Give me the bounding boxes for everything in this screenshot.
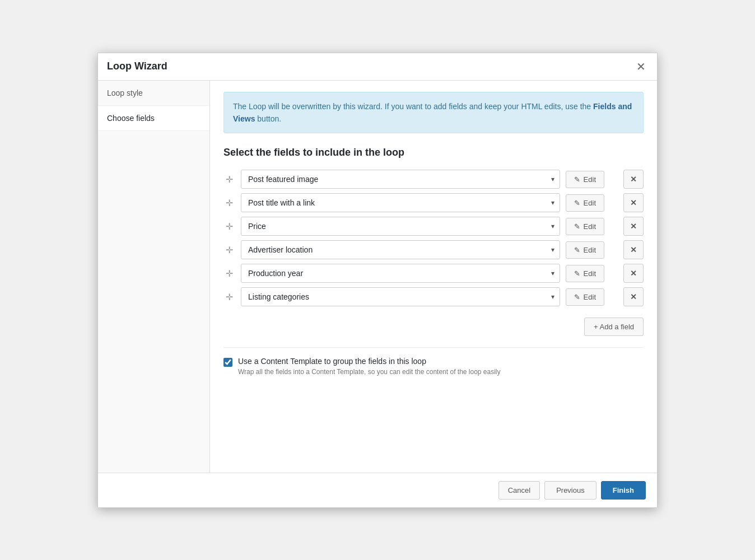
section-title: Select the fields to include in the loop (223, 147, 644, 158)
edit-button-6[interactable]: ✎ Edit (566, 288, 604, 306)
edit-icon: ✎ (574, 269, 580, 278)
drag-handle-icon[interactable]: ✛ (223, 266, 235, 281)
field-row: ✛ Listing categories ▾ ✎ Edit ✕ (223, 287, 644, 306)
edit-button-1[interactable]: ✎ Edit (566, 171, 604, 188)
drag-handle-icon[interactable]: ✛ (223, 242, 235, 258)
field-select-wrapper: Post title with a link ▾ (241, 193, 560, 212)
drag-handle-icon[interactable]: ✛ (223, 195, 235, 211)
field-select-wrapper: Production year ▾ (241, 264, 560, 283)
dialog-title: Loop Wizard (107, 60, 167, 72)
field-select-wrapper: Post featured image ▾ (241, 170, 560, 189)
add-field-button[interactable]: + Add a field (584, 318, 644, 336)
info-box: The Loop will be overwritten by this wiz… (223, 92, 644, 134)
field-row: ✛ Production year ▾ ✎ Edit ✕ (223, 264, 644, 283)
remove-button-4[interactable]: ✕ (623, 240, 644, 259)
spacer: ✕ (610, 217, 644, 236)
field-select-4[interactable]: Advertiser location (241, 240, 560, 259)
remove-button-2[interactable]: ✕ (623, 193, 644, 212)
loop-wizard-dialog: Loop Wizard ✕ Loop style Choose fields T… (97, 53, 658, 508)
spacer: ✕ (610, 193, 644, 212)
field-row: ✛ Post featured image ▾ ✎ Edit ✕ (223, 170, 644, 189)
info-text-before: The Loop will be overwritten by this wiz… (233, 102, 593, 111)
sidebar-item-choose-fields[interactable]: Choose fields (98, 106, 209, 131)
field-select-wrapper: Advertiser location ▾ (241, 240, 560, 259)
add-field-row: + Add a field (223, 318, 644, 336)
cancel-button[interactable]: Cancel (498, 481, 540, 500)
edit-icon: ✎ (574, 222, 580, 231)
checkbox-label: Use a Content Template to group the fiel… (238, 357, 501, 366)
edit-button-4[interactable]: ✎ Edit (566, 241, 604, 259)
field-select-3[interactable]: Price (241, 217, 560, 236)
drag-handle-icon[interactable]: ✛ (223, 219, 235, 234)
dialog-header: Loop Wizard ✕ (98, 53, 657, 81)
field-select-wrapper: Listing categories ▾ (241, 287, 560, 306)
edit-button-3[interactable]: ✎ Edit (566, 218, 604, 235)
dialog-body: Loop style Choose fields The Loop will b… (98, 81, 657, 473)
spacer: ✕ (610, 287, 644, 306)
spacer: ✕ (610, 240, 644, 259)
drag-handle-icon[interactable]: ✛ (223, 290, 235, 305)
drag-handle-icon[interactable]: ✛ (223, 172, 235, 187)
info-text-after: button. (255, 114, 281, 123)
sidebar: Loop style Choose fields (98, 81, 210, 473)
dialog-footer: Cancel Previous Finish (98, 473, 657, 507)
field-select-6[interactable]: Listing categories (241, 287, 560, 306)
previous-button[interactable]: Previous (544, 481, 596, 500)
main-content: The Loop will be overwritten by this wiz… (210, 81, 657, 473)
field-row: ✛ Advertiser location ▾ ✎ Edit ✕ (223, 240, 644, 259)
field-select-5[interactable]: Production year (241, 264, 560, 283)
remove-button-1[interactable]: ✕ (623, 170, 644, 189)
finish-button[interactable]: Finish (601, 481, 646, 500)
field-select-wrapper: Price ▾ (241, 217, 560, 236)
edit-icon: ✎ (574, 199, 580, 207)
sidebar-item-loop-style[interactable]: Loop style (98, 81, 209, 106)
edit-button-2[interactable]: ✎ Edit (566, 194, 604, 212)
edit-button-5[interactable]: ✎ Edit (566, 265, 604, 282)
spacer: ✕ (610, 170, 644, 189)
edit-icon: ✎ (574, 246, 580, 254)
divider (223, 347, 644, 348)
field-select-2[interactable]: Post title with a link (241, 193, 560, 212)
fields-list: ✛ Post featured image ▾ ✎ Edit ✕ (223, 170, 644, 306)
field-select-1[interactable]: Post featured image (241, 170, 560, 189)
checkbox-label-group: Use a Content Template to group the fiel… (238, 357, 501, 376)
close-button[interactable]: ✕ (634, 60, 648, 73)
checkbox-description: Wrap all the fields into a Content Templ… (238, 368, 501, 376)
remove-button-5[interactable]: ✕ (623, 264, 644, 283)
field-row: ✛ Price ▾ ✎ Edit ✕ (223, 217, 644, 236)
checkbox-row: Use a Content Template to group the fiel… (223, 357, 644, 376)
spacer: ✕ (610, 264, 644, 283)
edit-icon: ✎ (574, 175, 580, 184)
edit-icon: ✎ (574, 293, 580, 301)
content-template-checkbox[interactable] (223, 358, 232, 367)
remove-button-6[interactable]: ✕ (623, 287, 644, 306)
field-row: ✛ Post title with a link ▾ ✎ Edit ✕ (223, 193, 644, 212)
remove-button-3[interactable]: ✕ (623, 217, 644, 236)
